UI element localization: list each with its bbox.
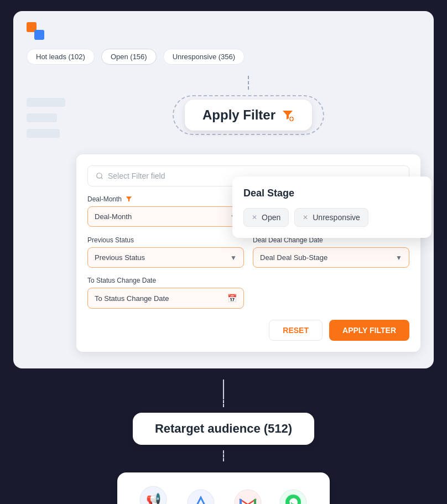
dashed-connector-2 (223, 450, 224, 461)
tags-row: ✕ Open ✕ Unresponsive (243, 208, 420, 227)
retarget-box[interactable]: Retarget audience (512) (133, 413, 314, 445)
filter-icon (281, 108, 294, 122)
deal-stage-title: Deal Stage (243, 188, 420, 199)
deal-deal-select[interactable]: Deal Deal Sub-Stage ▼ (253, 247, 409, 268)
apply-filter-box[interactable]: Apply Filter (185, 100, 312, 131)
facebook-ads-icon: 📢 (139, 486, 167, 504)
svg-point-3 (97, 173, 102, 178)
sidebar-bar-2 (27, 113, 57, 122)
retarget-label: Retarget audience (512) (155, 422, 292, 435)
empty-grid-cell (253, 277, 409, 309)
deal-month-select[interactable]: Deal-Month ▼ (87, 206, 244, 227)
deal-deal-change-group: Deal Deal Change Date Deal Deal Sub-Stag… (253, 236, 409, 268)
to-status-date-select[interactable]: To Status Change Date 📅 (87, 288, 244, 309)
tag-unresponsive[interactable]: ✕ Unresponsive (294, 208, 368, 227)
app-logo (27, 22, 44, 40)
to-status-change-date-2-group: To Status Change Date To Status Change D… (87, 277, 244, 309)
previous-status-select[interactable]: Previous Status ▼ (87, 247, 244, 268)
filter-actions: RESET APPLY FILTER (87, 320, 409, 341)
gmail-icon (234, 489, 262, 504)
tag-open[interactable]: ✕ Open (243, 208, 289, 227)
apply-filter-label: Apply Filter (202, 107, 276, 123)
main-container: Hot leads (102) Open (156) Unresponsive … (13, 11, 434, 504)
previous-status-label: Previous Status (87, 236, 244, 244)
deal-month-label: Deal-Month (87, 195, 244, 203)
search-placeholder: Select Filter field (108, 172, 165, 180)
tab-hot-leads[interactable]: Hot leads (102) (27, 49, 95, 65)
tab-open[interactable]: Open (156) (101, 49, 157, 65)
reset-button[interactable]: RESET (269, 320, 323, 341)
connector-line-1 (223, 380, 224, 396)
logo-blue (34, 30, 44, 40)
tag-unresponsive-label: Unresponsive (313, 213, 360, 222)
dashed-connector-1 (223, 396, 224, 407)
integration-whatsapp[interactable]: WhatsApp (279, 489, 308, 504)
svg-rect-10 (240, 499, 242, 504)
tabs-row: Hot leads (102) Open (156) Unresponsive … (27, 49, 420, 65)
integrations-card: 📢 facebook Ads Google Ads (117, 472, 330, 504)
svg-text:📢: 📢 (146, 492, 162, 504)
to-status-change-2-label: To Status Change Date (87, 277, 244, 284)
integration-gmail[interactable]: Gmail (234, 489, 262, 504)
tag-open-close[interactable]: ✕ (252, 214, 257, 221)
tag-open-label: Open (262, 213, 280, 222)
bottom-section: Retarget audience (512) 📢 facebook Ads (13, 380, 434, 504)
deal-stage-popup: Deal Stage ✕ Open ✕ Unresponsive (232, 176, 432, 238)
apply-filter-button[interactable]: APPLY FILTER (329, 320, 409, 341)
sidebar-bar-3 (27, 129, 60, 138)
whatsapp-icon (279, 489, 307, 504)
deal-month-filter-icon (125, 195, 133, 203)
svg-point-9 (235, 490, 261, 504)
top-card: Hot leads (102) Open (156) Unresponsive … (13, 11, 434, 368)
sidebar-bar-1 (27, 98, 65, 107)
previous-status-group: Previous Status Previous Status ▼ (87, 236, 244, 268)
tag-unresponsive-close[interactable]: ✕ (303, 214, 308, 221)
search-icon (96, 172, 103, 180)
google-ads-icon (187, 489, 215, 504)
integration-google[interactable]: Google Ads (185, 489, 216, 504)
deal-month-group: Deal-Month Deal-Month ▼ (87, 195, 244, 227)
tab-unresponsive[interactable]: Unresponsive (356) (163, 49, 245, 65)
integration-facebook[interactable]: 📢 facebook Ads (139, 486, 167, 504)
svg-rect-11 (254, 499, 256, 504)
